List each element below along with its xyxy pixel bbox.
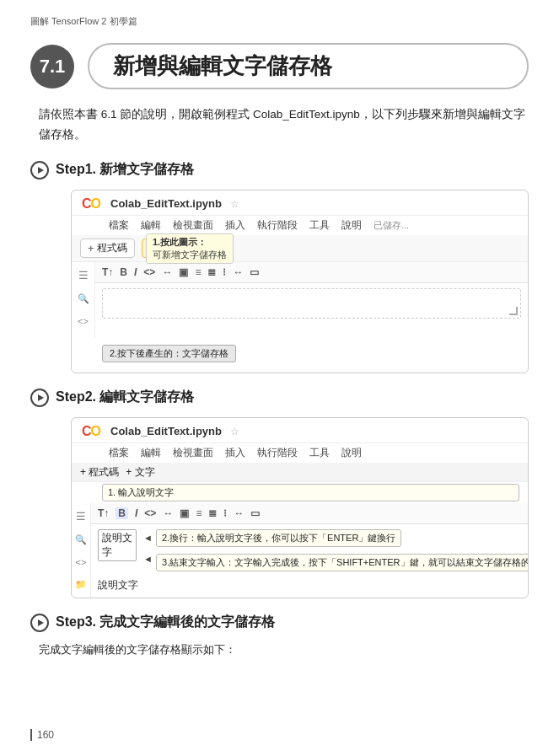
step1-label: Step1. 新增文字儲存格 <box>56 161 194 179</box>
co-logo-1: CO <box>82 196 100 212</box>
menu-help-2[interactable]: 說明 <box>341 446 362 460</box>
step1-heading: Step1. 新增文字儲存格 <box>30 161 529 180</box>
s2-input-value: 說明文字 <box>102 532 132 558</box>
menu-file-2[interactable]: 檔案 <box>109 446 129 460</box>
menu-view-1[interactable]: 檢視畫面 <box>173 218 213 233</box>
menu-runtime-1[interactable]: 執行階段 <box>257 218 298 233</box>
step2-heading: Step2. 編輯文字儲存格 <box>30 389 529 407</box>
s2-text-btn: + 文字 <box>126 465 154 480</box>
s2-side-search: 🔍 <box>75 534 87 545</box>
section-title: 新增與編輯文字儲存格 <box>88 43 529 89</box>
s2-side-code: <> <box>76 557 87 567</box>
add-code-btn-1[interactable]: + 程式碼 <box>80 239 135 258</box>
resize-handle-1[interactable] <box>509 307 518 315</box>
editor-toolbar-1: T↑ B I <> ↔ ▣ ≡ ≣ ⁝ ↔ ▭ <box>95 262 528 283</box>
colab-title-bar-2: CO Colab_EditText.ipynb ☆ <box>72 418 528 443</box>
editor-content-1[interactable] <box>102 288 521 319</box>
s2-code-btn: + 程式碼 <box>80 465 119 480</box>
co-logo-2: CO <box>82 424 100 439</box>
step3-heading: Step3. 完成文字編輯後的文字儲存格 <box>30 614 529 632</box>
side-menu-icon: ☰ <box>78 269 89 281</box>
section-number: 7.1 <box>30 45 74 88</box>
menu-file-1[interactable]: 檔案 <box>109 218 129 233</box>
colab-title-bar-1: CO Colab_EditText.ipynb ☆ <box>72 190 528 216</box>
page-number: 160 <box>30 729 54 741</box>
section-header: 7.1 新增與編輯文字儲存格 <box>30 43 529 89</box>
menu-runtime-2[interactable]: 執行階段 <box>257 446 298 460</box>
menu-insert-1[interactable]: 插入 <box>225 218 245 233</box>
intro-text: 請依照本書 6.1 節的說明，開啟範例程式 Colab_EditText.ipy… <box>39 105 529 146</box>
s2-input-field[interactable]: 說明文字 <box>98 529 137 561</box>
s2-callout1: 1. 輸入說明文字 <box>102 484 519 501</box>
step1-colab-box: CO Colab_EditText.ipynb ☆ 檔案 編輯 檢視畫面 插入 … <box>71 190 529 373</box>
step1-play-icon <box>30 161 49 180</box>
editor-toolbar-2: T↑ B I <> ↔ ▣ ≡ ≣ ⁝ ↔ ▭ <box>91 503 529 524</box>
saved-tag-1: 已儲存... <box>374 219 409 232</box>
step2-play-icon <box>30 389 49 407</box>
breadcrumb: 圖解 TensorFlow 2 初學篇 <box>30 15 529 28</box>
s2-side-menu: ☰ <box>76 510 86 523</box>
callout1-body: 可新增文字儲存格 <box>153 249 227 260</box>
menu-help-1[interactable]: 說明 <box>341 218 362 233</box>
star-icon-1: ☆ <box>230 198 239 210</box>
step3-body: 完成文字編輯後的文字儲存格顯示如下： <box>39 642 529 657</box>
star-icon-2: ☆ <box>230 426 239 437</box>
menu-tools-2[interactable]: 工具 <box>309 446 330 460</box>
colab-filename-2: Colab_EditText.ipynb <box>110 425 222 437</box>
arrow-3: ◄ <box>143 554 153 564</box>
s2-preview-text: 說明文字 <box>91 576 529 598</box>
step2-label: Step2. 編輯文字儲存格 <box>56 389 194 406</box>
bottom-callout-1: 2.按下後產生的：文字儲存格 <box>102 345 236 362</box>
menu-view-2[interactable]: 檢視畫面 <box>173 446 213 460</box>
colab-filename-1: Colab_EditText.ipynb <box>110 197 222 210</box>
step3-label: Step3. 完成文字編輯後的文字儲存格 <box>56 614 275 631</box>
menu-edit-2[interactable]: 編輯 <box>141 446 161 460</box>
colab-menu-2: 檔案 編輯 檢視畫面 插入 執行階段 工具 說明 <box>72 443 528 463</box>
menu-tools-1[interactable]: 工具 <box>309 218 330 233</box>
s2-side-folder: 📁 <box>75 579 87 590</box>
side-search-icon: 🔍 <box>78 293 89 304</box>
code-label-1: 程式碼 <box>97 241 127 255</box>
menu-insert-2[interactable]: 插入 <box>225 446 245 460</box>
s2-callout2: 2.換行：輸入說明文字後，你可以按下「ENTER」鍵換行 <box>156 529 401 547</box>
side-code-icon: <> <box>78 316 89 326</box>
step3-play-icon <box>30 614 49 632</box>
step2-colab-box: CO Colab_EditText.ipynb ☆ 檔案 編輯 檢視畫面 插入 … <box>71 417 529 598</box>
colab-menu-1: 檔案 編輯 檢視畫面 插入 執行階段 工具 說明 已儲存... <box>72 216 528 235</box>
menu-edit-1[interactable]: 編輯 <box>141 218 161 233</box>
s2-callout3: 3.結束文字輸入：文字輸入完成後，按下「SHIFT+ENTER」鍵，就可以結束文… <box>156 554 529 571</box>
arrow-2: ◄ <box>143 533 153 543</box>
callout1-title: 1.按此圖示： <box>153 237 207 247</box>
